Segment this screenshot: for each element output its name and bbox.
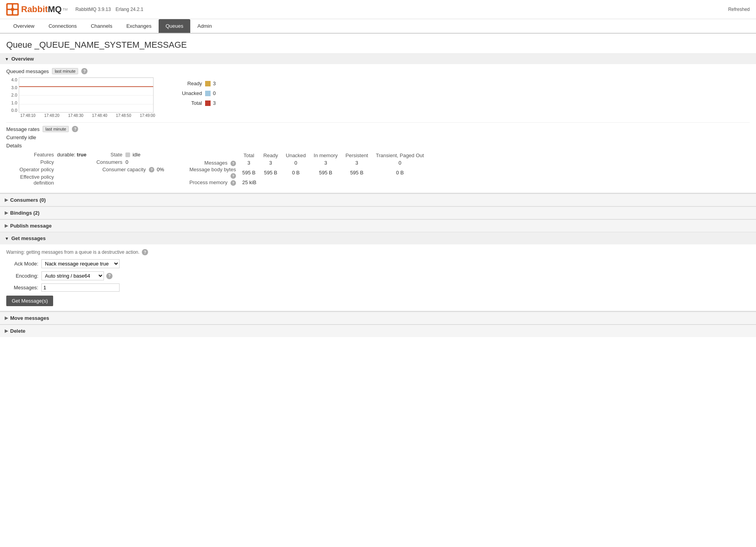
get-messages-title: Get messages <box>11 235 46 241</box>
legend-total: Total 3 <box>175 100 216 106</box>
get-messages-arrow: ▼ <box>5 236 9 241</box>
consumers-title: Consumers (0) <box>10 197 46 203</box>
warning-help[interactable]: ? <box>142 249 148 255</box>
ack-mode-select[interactable]: Nack message requeue true <box>41 259 120 268</box>
legend-ready-color <box>205 81 211 86</box>
nav-queues[interactable]: Queues <box>159 19 191 33</box>
consumers-key: Consumers <box>94 159 125 165</box>
move-messages-arrow: ▶ <box>5 316 8 321</box>
queue-chart <box>19 77 154 113</box>
y-label-4: 4.0 <box>6 77 17 82</box>
y-label-1: 1.0 <box>6 100 17 105</box>
encoding-select[interactable]: Auto string / base64 <box>41 271 104 280</box>
consumers-section-header[interactable]: ▶ Consumers (0) <box>0 194 756 206</box>
nav-exchanges[interactable]: Exchanges <box>119 19 158 33</box>
messages-transient: 0 <box>372 159 428 167</box>
x-label-4: 17:48:50 <box>116 113 131 118</box>
consumers-val: 0 <box>125 159 128 165</box>
get-messages-section-header[interactable]: ▼ Get messages <box>0 232 756 244</box>
body-bytes-inmemory: 595 B <box>310 167 341 179</box>
encoding-row: Encoding: Auto string / base64 ? <box>6 271 750 280</box>
queued-messages-help[interactable]: ? <box>81 68 88 74</box>
body-bytes-label: Message body bytes ? <box>184 167 238 179</box>
body-bytes-total: 595 B <box>238 167 259 179</box>
stats-header-persistent: Persistent <box>341 152 372 159</box>
legend-ready-label: Ready <box>175 81 202 86</box>
overview-section-header[interactable]: ▼ Overview <box>0 54 756 64</box>
consumers-section: ▶ Consumers (0) <box>0 193 756 206</box>
chart-area: 4.0 3.0 2.0 1.0 0.0 <box>6 77 155 118</box>
svg-rect-5 <box>11 8 14 11</box>
messages-count-input[interactable] <box>41 283 120 292</box>
delete-title: Delete <box>10 328 25 334</box>
page-title-area: Queue _QUEUE_NAME_SYSTEM_MESSAGE <box>0 34 756 54</box>
messages-count-row: Messages: <box>6 283 750 292</box>
nav-admin[interactable]: Admin <box>190 19 219 33</box>
messages-persistent: 3 <box>341 159 372 167</box>
consumers-row: Consumers 0 <box>94 159 164 165</box>
overview-section: ▼ Overview Queued messages last minute ?… <box>0 54 756 193</box>
encoding-label: Encoding: <box>6 273 41 279</box>
messages-inmemory: 3 <box>310 159 341 167</box>
body-bytes-help[interactable]: ? <box>231 173 236 179</box>
queued-messages-row: Queued messages last minute ? <box>6 68 750 74</box>
bindings-section-header[interactable]: ▶ Bindings (2) <box>0 206 756 219</box>
nav-overview[interactable]: Overview <box>6 19 41 33</box>
state-column: State idle Consumers 0 Consumer capacity… <box>94 152 164 187</box>
messages-count-label: Messages: <box>6 285 41 291</box>
message-rates-badge: last minute <box>43 126 69 132</box>
main-nav: Overview Connections Channels Exchanges … <box>0 19 756 34</box>
effective-policy-key: Effective policy definition <box>6 174 57 186</box>
state-row: State idle <box>94 152 164 158</box>
warning-text: Warning: getting messages from a queue i… <box>6 249 139 255</box>
chart-x-labels: 17:48:10 17:48:20 17:48:30 17:48:40 17:4… <box>6 113 155 118</box>
consumers-arrow: ▶ <box>5 197 8 203</box>
logo-tm: TM <box>63 7 68 11</box>
move-messages-section-header[interactable]: ▶ Move messages <box>0 312 756 324</box>
rabbitmq-logo-icon <box>6 3 19 16</box>
logo-rabbit: Rabbit <box>21 4 48 14</box>
details-left: Features durable: true Policy Operator p… <box>6 152 172 187</box>
consumer-capacity-help[interactable]: ? <box>149 167 154 172</box>
currently-idle: Currently idle <box>6 135 750 140</box>
body-bytes-transient: 0 B <box>372 167 428 179</box>
stats-header-ready: Ready <box>259 152 282 159</box>
logo-text: RabbitMQ <box>21 4 62 14</box>
publish-section-header[interactable]: ▶ Publish message <box>0 219 756 232</box>
publish-arrow: ▶ <box>5 223 8 228</box>
messages-help[interactable]: ? <box>231 161 236 166</box>
delete-section-header[interactable]: ▶ Delete <box>0 325 756 337</box>
state-key: State <box>94 152 125 158</box>
nav-channels[interactable]: Channels <box>84 19 119 33</box>
features-column: Features durable: true Policy Operator p… <box>6 152 86 187</box>
messages-label: Messages ? <box>184 159 238 167</box>
bindings-title: Bindings (2) <box>10 210 39 216</box>
process-memory-label: Process memory ? <box>184 179 238 186</box>
features-val: durable: true <box>57 152 86 158</box>
queued-messages-label: Queued messages <box>6 68 49 74</box>
chart-y-axis: 4.0 3.0 2.0 1.0 0.0 <box>6 77 19 113</box>
stats-row-messages: Messages ? 3 3 0 3 3 0 <box>184 159 428 167</box>
message-rates-help[interactable]: ? <box>72 126 78 132</box>
features-key: Features <box>6 152 57 158</box>
logo-mq: MQ <box>48 4 61 14</box>
ack-mode-label: Ack Mode: <box>6 261 41 267</box>
ack-mode-row: Ack Mode: Nack message requeue true <box>6 259 750 268</box>
move-messages-section: ▶ Move messages <box>0 311 756 324</box>
get-messages-button[interactable]: Get Message(s) <box>6 296 53 306</box>
stats-header-total: Total <box>238 152 259 159</box>
stats-area: Total Ready Unacked In memory Persistent… <box>184 152 428 186</box>
consumer-capacity-key: Consumer capacity <box>94 167 149 172</box>
legend-total-color <box>205 100 211 106</box>
process-memory-help[interactable]: ? <box>231 180 236 186</box>
bindings-arrow: ▶ <box>5 210 8 215</box>
nav-connections[interactable]: Connections <box>41 19 84 33</box>
delete-arrow: ▶ <box>5 328 8 334</box>
legend-total-label: Total <box>175 100 202 106</box>
x-label-3: 17:48:40 <box>92 113 107 118</box>
message-rates-label: Message rates <box>6 126 39 132</box>
encoding-help[interactable]: ? <box>106 273 113 279</box>
legend-unacked-value: 0 <box>213 90 216 96</box>
effective-policy-row: Effective policy definition <box>6 174 86 186</box>
stats-table: Total Ready Unacked In memory Persistent… <box>184 152 428 186</box>
